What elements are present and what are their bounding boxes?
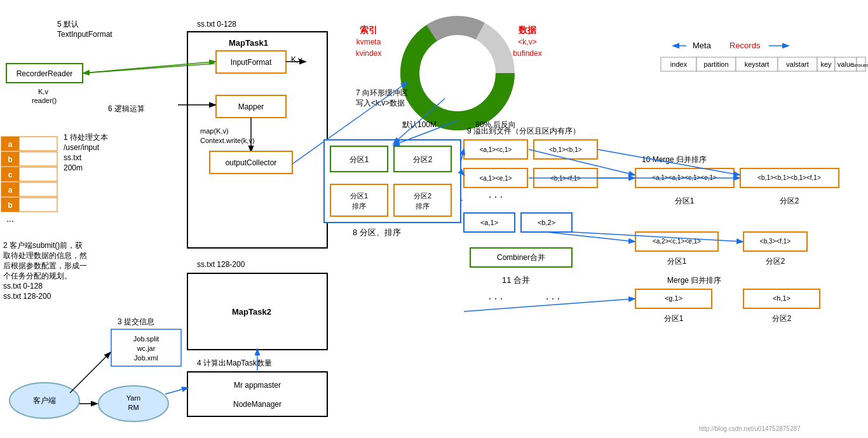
recorderreader-label: RecorderReader bbox=[17, 69, 73, 78]
job-xml-label: Job.xml bbox=[134, 354, 158, 362]
buf-p2-label: 分区2 bbox=[413, 155, 433, 164]
rm-label: RM bbox=[128, 404, 139, 411]
donut-center bbox=[429, 44, 486, 102]
label-sstxt2: ss.txt 128-200 bbox=[197, 260, 245, 269]
th-value-text: value bbox=[837, 60, 854, 68]
label-kvindex: kvindex bbox=[356, 49, 382, 58]
dots2-left: · · · bbox=[489, 293, 503, 304]
letter-b1: b bbox=[8, 155, 12, 164]
mapper-label: Mapper bbox=[238, 102, 264, 111]
label-data: 数据 bbox=[518, 25, 537, 35]
reader-text: reader() bbox=[32, 97, 57, 104]
label-file-info1: 1 待处理文本 bbox=[64, 133, 108, 142]
th-key-text: key bbox=[820, 60, 832, 68]
label-step7-1: 7 向环形缓冲区 bbox=[356, 88, 408, 97]
appmaster-box bbox=[187, 372, 327, 416]
diagram-container: { "title": "MapReduce Workflow Diagram",… bbox=[0, 0, 868, 438]
diagram-svg: 5 默认 TextInputFormat ss.txt 0-128 MapTas… bbox=[0, 0, 868, 438]
label-p2-3: 分区2 bbox=[772, 314, 792, 323]
dots1: · · · bbox=[489, 191, 503, 202]
buf-p1-sorted-box bbox=[330, 184, 388, 216]
label-partition1: 分区1 bbox=[675, 196, 695, 205]
appmaster-label: Mr appmaster bbox=[234, 381, 281, 390]
merge2b-text: <b,3><f,1> bbox=[760, 238, 791, 245]
spill-merge-b-text: <b,2> bbox=[538, 219, 555, 226]
kv-reader-text: K,v bbox=[38, 88, 48, 95]
maptask2-label: MapTask2 bbox=[232, 307, 271, 317]
inputformat-label: InputFormat bbox=[231, 58, 272, 67]
label-file-info2: /user/input bbox=[64, 143, 100, 152]
label-sstxt: ss.txt 0-128 bbox=[197, 20, 236, 29]
spill2a-text: <a,1><e,1> bbox=[479, 175, 512, 182]
label-merge2: Merge 归并排序 bbox=[667, 276, 721, 285]
label-step2-6: ss.txt 128-200 bbox=[3, 292, 51, 301]
label-file-info3: ss.txt bbox=[64, 153, 82, 162]
dots2-right: · · · bbox=[546, 293, 560, 304]
job-jar-label: wc.jar bbox=[137, 345, 156, 352]
buf-p2-sorted-box bbox=[394, 184, 451, 216]
buf-p1-label: 分区1 bbox=[349, 155, 369, 164]
watermark: http://blog.csdn.net/u014752875287 bbox=[699, 425, 801, 432]
file-row-a1 bbox=[19, 137, 57, 151]
yarn-label: Yarn bbox=[126, 394, 140, 402]
map-kv-text: map(K,v) bbox=[200, 127, 229, 135]
label-step6: 6 逻辑运算 bbox=[108, 104, 145, 113]
buf-p1-sorted-label1: 分区1 bbox=[350, 192, 368, 200]
merge1b-text: <b,1><b,1><b,1><f,1> bbox=[757, 174, 821, 181]
label-step9: 9 溢出到文件（分区且区内有序） bbox=[467, 127, 580, 135]
combiner-label: Combiner合并 bbox=[497, 253, 545, 262]
letter-a1: a bbox=[8, 140, 13, 149]
label-meta: Meta bbox=[693, 41, 712, 50]
label-textinputformat: TextInputFormat bbox=[57, 30, 112, 39]
label-bufindex: bufindex bbox=[513, 49, 541, 58]
letter-b2: b bbox=[8, 201, 12, 210]
label-step7-2: 写入<k,v>数据 bbox=[356, 99, 405, 107]
label-file-info4: 200m bbox=[64, 163, 83, 172]
file-row-c1 bbox=[19, 167, 57, 181]
th-partition-text: partition bbox=[703, 60, 728, 68]
arrow-client-job bbox=[70, 353, 110, 393]
label-p1-3: 分区1 bbox=[664, 314, 684, 323]
buf-p2-sorted-label1: 分区2 bbox=[414, 192, 431, 200]
letter-c1: c bbox=[8, 170, 13, 179]
client-label: 客户端 bbox=[33, 396, 56, 405]
merge3b-text: <h,1> bbox=[773, 294, 790, 302]
nodemanager-label: NodeManager bbox=[233, 400, 281, 409]
label-step5: 5 默认 bbox=[57, 20, 79, 29]
spill-merge-a-text: <a,1> bbox=[480, 219, 498, 226]
file-row-b1 bbox=[19, 152, 57, 166]
label-step2-2: 取待处理数据的信息，然 bbox=[3, 251, 87, 260]
th-keystart-text: keystart bbox=[745, 60, 770, 68]
label-p2-2: 分区2 bbox=[766, 257, 785, 266]
kv-label: K,v bbox=[291, 55, 302, 64]
label-p1-2: 分区1 bbox=[667, 257, 687, 266]
job-split-label: Job.split bbox=[133, 335, 159, 343]
buf-p1-sorted-label2: 排序 bbox=[352, 202, 366, 210]
label-step2-3: 后根据参数配置，形成一 bbox=[3, 261, 87, 270]
label-step8: 8 分区、排序 bbox=[353, 228, 401, 237]
label-step3: 3 提交信息 bbox=[118, 317, 154, 326]
spill1b-text: <b,1><b,1> bbox=[549, 146, 581, 153]
th-index-text: index bbox=[670, 60, 688, 68]
label-step2-4: 个任务分配的规划。 bbox=[3, 271, 72, 280]
label-step4: 4 计算出MapTask数量 bbox=[197, 359, 272, 367]
file-row-a2 bbox=[19, 182, 57, 196]
label-step2-1: 2 客户端submit()前，获 bbox=[3, 241, 83, 250]
label-step11: 11 合并 bbox=[502, 275, 530, 285]
dots-file: ··· bbox=[6, 216, 14, 226]
merge3a-text: <g,1> bbox=[665, 294, 682, 302]
label-records: Records bbox=[729, 41, 761, 50]
label-kv-data: <k,v> bbox=[518, 38, 536, 46]
arrow-yarn-appmaster bbox=[165, 388, 187, 394]
label-kvmeta: kvmeta bbox=[356, 38, 381, 46]
maptask1-label: MapTask1 bbox=[229, 38, 268, 48]
label-suoyin: 索引 bbox=[360, 25, 377, 35]
label-partition2: 分区2 bbox=[780, 196, 799, 205]
buf-p2-sorted-label2: 排序 bbox=[416, 202, 430, 210]
context-write-text: Context.write(k,v) bbox=[200, 137, 255, 144]
label-step2-5: ss.txt 0-128 bbox=[3, 282, 43, 291]
th-valstart-text: valstart bbox=[786, 60, 808, 68]
outputcollector-label: outputCollector bbox=[226, 158, 277, 167]
th-unsued-text: unsued bbox=[853, 62, 868, 68]
file-row-b2 bbox=[19, 198, 57, 212]
